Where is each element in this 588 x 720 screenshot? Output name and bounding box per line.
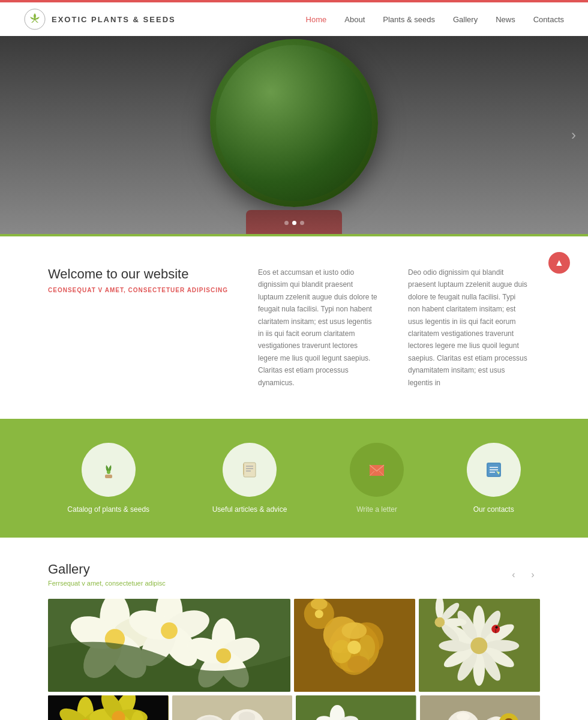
nav-gallery[interactable]: Gallery [453, 15, 478, 24]
svg-point-2 [249, 72, 339, 162]
flower-svg-5 [172, 695, 293, 720]
gallery-title-group: Gallery Ferrsequat v amet, consectetuer … [48, 562, 166, 587]
gallery-img-7[interactable] [420, 695, 541, 720]
nav: Home About Plants & seeds Gallery News C… [306, 15, 564, 24]
svg-line-21 [311, 86, 316, 91]
svg-point-91 [470, 637, 487, 654]
svg-rect-139 [296, 695, 416, 720]
letter-icon [365, 458, 389, 482]
contacts-icon [482, 458, 506, 482]
feature-articles[interactable]: Useful articles & advice [212, 443, 287, 514]
gallery-img-1[interactable] [48, 599, 290, 692]
features-band: Catalog of plants & seeds Useful article… [0, 419, 588, 538]
welcome-section: Welcome to our website CEONSEQUAT V AMET… [0, 236, 588, 419]
articles-icon [238, 458, 262, 482]
svg-line-5 [306, 70, 311, 78]
plant-icon [97, 458, 121, 482]
hero-dot-active[interactable] [292, 221, 296, 225]
gallery-img-5[interactable] [172, 695, 293, 720]
svg-line-6 [317, 80, 323, 86]
gallery-next-arrow[interactable]: › [526, 568, 540, 582]
svg-point-72 [332, 640, 352, 663]
welcome-title: Welcome to our website [48, 266, 228, 282]
gallery-prev-arrow[interactable]: ‹ [506, 568, 521, 582]
svg-line-9 [324, 123, 332, 124]
logo[interactable]: EXOTIC PLANTS & SEEDS [24, 8, 176, 30]
hero-dots [284, 221, 304, 225]
feature-circle-letter [350, 443, 404, 497]
svg-line-23 [318, 110, 325, 111]
gallery-img-2[interactable] [294, 599, 415, 692]
nav-news[interactable]: News [496, 15, 515, 24]
nav-about[interactable]: About [344, 15, 365, 24]
gallery-title: Gallery [48, 562, 166, 577]
svg-point-93 [495, 626, 497, 628]
svg-point-73 [347, 656, 369, 673]
svg-point-3 [255, 78, 333, 156]
svg-point-64 [216, 648, 231, 663]
svg-line-24 [316, 122, 322, 122]
logo-text: EXOTIC PLANTS & SEEDS [52, 15, 176, 24]
svg-line-11 [306, 141, 311, 147]
svg-rect-161 [420, 695, 541, 720]
svg-point-99 [434, 617, 445, 628]
feature-letter[interactable]: Write a letter [350, 443, 404, 514]
svg-line-28 [263, 110, 270, 111]
svg-rect-33 [244, 463, 256, 477]
gallery-img-3[interactable] [419, 599, 540, 692]
hero-dot[interactable] [284, 221, 289, 225]
svg-line-7 [324, 94, 332, 98]
feature-label-catalog: Catalog of plants & seeds [67, 505, 149, 514]
hero-dot[interactable] [300, 221, 304, 225]
feature-contacts[interactable]: Our contacts [467, 443, 521, 514]
svg-line-27 [266, 97, 272, 101]
back-to-top-button[interactable]: ▲ [548, 252, 570, 274]
svg-line-16 [256, 123, 264, 124]
feature-circle-catalog [82, 443, 136, 497]
svg-line-26 [272, 86, 277, 91]
svg-point-30 [252, 152, 336, 166]
flower-svg-7 [420, 695, 541, 720]
gallery-img-6[interactable] [296, 695, 416, 720]
hero-arrow-right[interactable]: › [571, 127, 576, 143]
gallery-img-4[interactable] [48, 695, 169, 720]
flower-svg-4 [48, 695, 169, 720]
svg-line-29 [266, 122, 272, 122]
gallery-arrows: ‹ › [506, 568, 540, 582]
feature-circle-contacts [467, 443, 521, 497]
svg-line-15 [253, 110, 261, 111]
svg-line-20 [303, 77, 307, 84]
header: EXOTIC PLANTS & SEEDS Home About Plants … [0, 2, 588, 36]
flower-svg-2 [294, 599, 415, 692]
nav-home[interactable]: Home [306, 15, 327, 24]
nav-plants[interactable]: Plants & seeds [383, 15, 435, 24]
svg-line-25 [281, 77, 285, 84]
svg-line-8 [327, 110, 335, 111]
feature-label-letter: Write a letter [356, 505, 397, 514]
flower-svg-3 [419, 599, 540, 692]
nav-contacts[interactable]: Contacts [533, 15, 564, 24]
svg-point-1 [34, 18, 36, 20]
gallery-row-2 [48, 695, 540, 720]
feature-label-articles: Useful articles & advice [212, 505, 287, 514]
logo-icon [24, 8, 46, 30]
gallery-header: Gallery Ferrsequat v amet, consectetuer … [48, 562, 540, 587]
feature-label-contacts: Our contacts [473, 505, 514, 514]
flower-svg-6 [296, 695, 416, 720]
feature-circle-articles [223, 443, 277, 497]
gallery-section: Gallery Ferrsequat v amet, consectetuer … [0, 538, 588, 720]
cactus-svg [234, 63, 354, 183]
svg-line-14 [256, 94, 264, 98]
welcome-subtitle: CEONSEQUAT V AMET, CONSECTETUER ADIPISCI… [48, 287, 228, 293]
feature-catalog[interactable]: Catalog of plants & seeds [67, 443, 149, 514]
svg-line-17 [264, 134, 271, 138]
svg-line-13 [265, 80, 271, 86]
gallery-row-1 [48, 599, 540, 692]
svg-line-18 [277, 141, 282, 147]
svg-point-77 [315, 610, 323, 618]
hero-section: › [0, 36, 588, 234]
svg-line-10 [317, 134, 324, 138]
welcome-col1: Eos et accumsan et iusto odio dignissim … [258, 266, 378, 389]
svg-line-12 [277, 70, 282, 78]
flower-svg-1 [48, 599, 290, 692]
